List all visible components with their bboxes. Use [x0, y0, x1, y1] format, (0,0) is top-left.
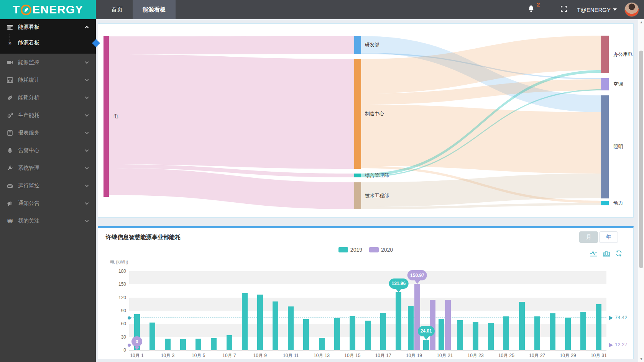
bar-2019-day7[interactable] [227, 335, 232, 350]
sidebar-item-能耗分析[interactable]: 能耗分析 [0, 89, 96, 106]
bar-2019-day11[interactable] [288, 306, 294, 350]
gears-icon [7, 112, 13, 118]
bar-chart-icon[interactable] [603, 250, 610, 258]
bar-2019-day31[interactable] [596, 304, 601, 350]
page-scrollbar[interactable]: ▲ ▼ [638, 19, 644, 362]
sankey-node-label: 电 [113, 114, 118, 119]
bar-2019-day29[interactable] [565, 318, 571, 350]
bar-2019-day15[interactable] [350, 316, 355, 350]
x-axis-label: 10月 19 [401, 352, 427, 359]
sidebar-subitem-能源看板[interactable]: »能源看板 [0, 35, 96, 51]
scroll-down-arrow[interactable]: ▼ [638, 356, 644, 362]
sidebar-item-能耗统计[interactable]: 能耗统计 [0, 71, 96, 89]
bar-2019-day5[interactable] [196, 339, 201, 350]
notification-bell-icon[interactable]: 2 [527, 5, 535, 14]
bar-2019-day13[interactable] [319, 338, 325, 350]
bar-2019-day14[interactable] [334, 318, 340, 350]
chevron-down-icon [85, 95, 89, 99]
legend-item-2020[interactable]: 2020 [369, 247, 393, 253]
bar-2019-day30[interactable] [580, 312, 586, 350]
legend-label: 2020 [381, 247, 393, 253]
x-axis-label: 10月 9 [246, 352, 273, 359]
bar-2019-day17[interactable] [380, 313, 386, 350]
bar-2019-day16[interactable] [365, 321, 371, 350]
dashboard-icon [7, 24, 13, 30]
bar-2019-day10[interactable] [273, 301, 278, 350]
bar-2019-day25[interactable] [503, 316, 509, 350]
bar-2019-day22[interactable] [457, 320, 463, 350]
fullscreen-icon[interactable] [560, 5, 568, 14]
sidebar-item-label: 能源监控 [18, 59, 85, 66]
line-chart-icon[interactable] [590, 250, 598, 258]
nav-tab-能源看板[interactable]: 能源看板 [133, 0, 176, 19]
sidebar-item-能源看板[interactable]: 能源看板 [0, 19, 96, 35]
y-axis-tick: 150 [111, 282, 126, 287]
sankey-node-办公用电[interactable]: 办公用电 [601, 36, 632, 73]
legend-item-2019[interactable]: 2019 [338, 247, 362, 253]
sidebar-item-运行监控[interactable]: 运行监控 [0, 177, 96, 195]
sidebar-item-我的关注[interactable]: ₩我的关注 [0, 212, 96, 230]
bar-2020-day20[interactable] [430, 300, 435, 350]
scroll-up-arrow[interactable]: ▲ [638, 19, 644, 25]
bar-2019-day4[interactable] [180, 339, 186, 350]
x-axis-label: 10月 7 [216, 352, 243, 359]
sidebar-item-能源监控[interactable]: 能源监控 [0, 54, 96, 71]
grid-band [129, 298, 606, 311]
bar-2019-day9[interactable] [257, 295, 263, 350]
svg-text:₩: ₩ [7, 218, 13, 224]
x-axis-label: 10月 29 [555, 352, 582, 359]
bar-2019-day26[interactable] [519, 302, 525, 350]
sankey-link-制造中心-照明 [361, 105, 601, 174]
sidebar-item-报表服务[interactable]: 报表服务 [0, 124, 96, 142]
sankey-node-照明[interactable]: 照明 [601, 95, 623, 198]
refresh-icon[interactable] [615, 250, 623, 259]
average-line-dot [128, 316, 131, 319]
nav-tab-首页[interactable]: 首页 [101, 0, 133, 19]
x-axis-label: 10月 5 [185, 352, 212, 359]
bell-icon [7, 147, 13, 154]
bar-2019-day27[interactable] [534, 316, 540, 350]
sankey-node-label: 综合管理部 [365, 173, 389, 178]
average-line-dot [128, 344, 131, 347]
avatar[interactable] [624, 2, 639, 17]
scrollbar-thumb[interactable] [639, 51, 643, 268]
sankey-node-综合管理部[interactable]: 综合管理部 [354, 173, 389, 178]
period-toggle: 月年 [579, 231, 618, 243]
toggle-年[interactable]: 年 [599, 231, 618, 243]
bar-2019-day6[interactable] [211, 338, 217, 350]
chevron-down-icon [85, 77, 89, 81]
bar-2019-day12[interactable] [303, 319, 309, 350]
sidebar-item-告警中心[interactable]: 告警中心 [0, 142, 96, 159]
y-axis-tick: 120 [111, 295, 126, 300]
sankey-node-动力[interactable]: 动力 [601, 200, 623, 206]
x-axis-label: 10月 1 [123, 352, 150, 359]
bar-2019-day2[interactable] [150, 323, 155, 350]
sidebar-item-label: 运行监控 [18, 182, 85, 189]
sidebar-item-通知公告[interactable]: 通知公告 [0, 195, 96, 212]
bar-2019-day20[interactable] [423, 340, 429, 350]
bar-2019-day8[interactable] [242, 293, 248, 350]
bar-2020-day19[interactable] [414, 284, 420, 350]
chart-title: 许继信息智慧能源事业部能耗 [106, 234, 181, 241]
sankey-card: 电研发部制造中心综合管理部技术工程部办公用电空调照明动力 [98, 23, 634, 218]
sankey-node-空调[interactable]: 空调 [601, 78, 623, 90]
sankey-node-label: 照明 [613, 144, 623, 149]
consumption-chart-card: 许继信息智慧能源事业部能耗 月年 20192020 电 (kWh) 030609… [98, 226, 634, 359]
bar-2020-day21[interactable] [445, 300, 451, 350]
bar-2019-day21[interactable] [439, 319, 444, 350]
sidebar-item-系统管理[interactable]: 系统管理 [0, 159, 96, 177]
bar-2019-day19[interactable] [408, 306, 414, 350]
sankey-node-label: 动力 [613, 200, 623, 206]
bar-2019-day28[interactable] [550, 313, 555, 350]
user-menu[interactable]: T@ENERGY [577, 7, 611, 13]
x-axis-label: 10月 17 [370, 352, 397, 359]
toggle-月[interactable]: 月 [579, 231, 598, 243]
chevron-down-icon [85, 113, 89, 116]
legend-swatch [338, 247, 348, 252]
bar-2019-day18[interactable] [396, 292, 401, 350]
bar-2019-day3[interactable] [165, 339, 171, 350]
marker-pin-150.97: 150.97 [407, 270, 427, 280]
bar-2019-day24[interactable] [488, 323, 494, 350]
bar-2019-day23[interactable] [473, 322, 478, 350]
sidebar-item-生产能耗[interactable]: 生产能耗 [0, 106, 96, 124]
